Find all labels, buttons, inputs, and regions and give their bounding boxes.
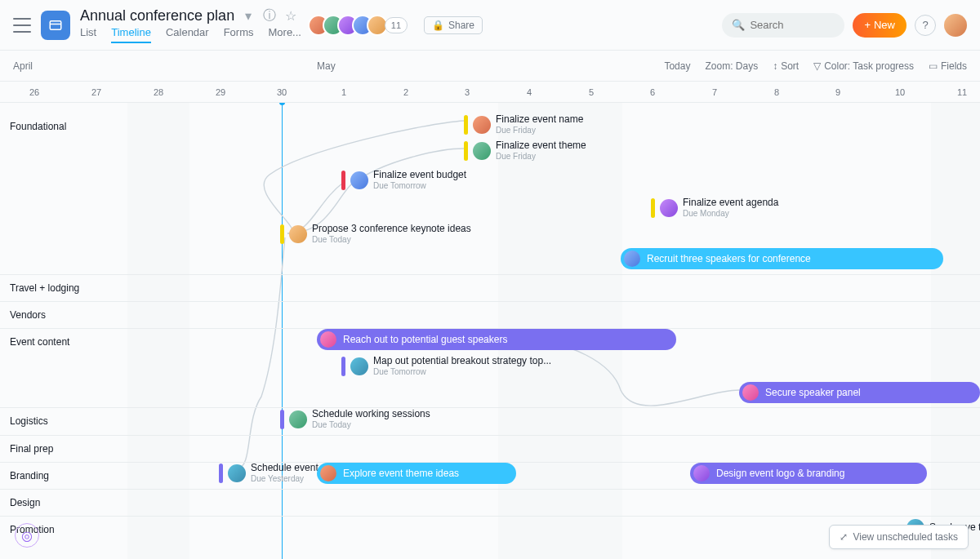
avatar xyxy=(350,357,368,375)
chevron-down-icon[interactable]: ▾ xyxy=(241,8,256,23)
date-tick: 1 xyxy=(341,87,346,97)
date-axis: 26 27 28 29 30 1 2 3 4 5 6 7 8 9 10 11 xyxy=(0,82,980,103)
avatar xyxy=(473,116,491,134)
view-unscheduled-button[interactable]: ⤢ View unscheduled tasks xyxy=(829,525,969,549)
info-icon[interactable]: ⓘ xyxy=(262,8,277,23)
color-selector[interactable]: ▽ Color: Task progress xyxy=(813,60,914,72)
date-tick: 28 xyxy=(154,87,163,97)
task-finalize-budget[interactable]: Finalize event budgetDue Tomorrow xyxy=(341,170,466,190)
date-tick: 6 xyxy=(650,87,655,97)
section-divider xyxy=(0,489,980,490)
view-tabs: List Timeline Calendar Forms More... xyxy=(80,26,301,43)
task-secure-panel[interactable]: Secure speaker panel xyxy=(739,382,980,403)
weekend-shade xyxy=(931,103,980,559)
date-tick: 9 xyxy=(835,87,840,97)
date-tick: 29 xyxy=(216,87,225,97)
task-finalize-theme[interactable]: Finalize event themeDue Friday xyxy=(464,140,586,161)
date-tick: 7 xyxy=(712,87,717,97)
avatar xyxy=(473,142,491,160)
help-button[interactable]: ? xyxy=(915,15,936,36)
section-divider xyxy=(0,516,980,517)
search-input[interactable]: 🔍 xyxy=(722,13,844,38)
section-divider xyxy=(0,274,980,275)
today-button[interactable]: Today xyxy=(664,60,690,72)
record-icon[interactable]: ◎ xyxy=(15,523,39,548)
sort-button[interactable]: ↕ Sort xyxy=(773,60,799,72)
task-finalize-name[interactable]: Finalize event nameDue Friday xyxy=(464,114,583,135)
avatar xyxy=(228,464,246,482)
avatar xyxy=(350,171,368,189)
member-avatars[interactable]: 11 xyxy=(314,15,408,36)
more-members[interactable]: 11 xyxy=(385,17,408,33)
task-finalize-agenda[interactable]: Finalize event agendaDue Monday xyxy=(651,197,778,218)
section-label-vendors[interactable]: Vendors xyxy=(10,309,46,321)
tab-list[interactable]: List xyxy=(80,26,96,43)
zoom-selector[interactable]: Zoom: Days xyxy=(705,60,758,72)
lock-icon: 🔒 xyxy=(432,20,444,31)
timeline-chart[interactable]: Foundational Finalize event nameDue Frid… xyxy=(0,103,980,559)
tab-timeline[interactable]: Timeline xyxy=(111,26,151,43)
svg-rect-0 xyxy=(50,20,61,29)
task-schedule-event[interactable]: Schedule event ...Due Yesterday xyxy=(219,463,329,483)
today-marker xyxy=(282,103,283,559)
tab-more[interactable]: More... xyxy=(269,26,301,43)
star-icon[interactable]: ☆ xyxy=(283,8,298,23)
date-tick: 10 xyxy=(895,87,905,97)
section-label-travel[interactable]: Travel + lodging xyxy=(10,282,79,294)
task-map-breakout[interactable]: Map out potential breakout strategy top.… xyxy=(341,356,551,376)
date-tick: 5 xyxy=(589,87,594,97)
date-tick: 2 xyxy=(403,87,408,97)
date-tick: 30 xyxy=(277,87,287,97)
share-button[interactable]: 🔒 Share xyxy=(424,16,483,34)
avatar xyxy=(693,465,710,481)
search-icon: 🔍 xyxy=(732,19,745,31)
task-explore-theme[interactable]: Explore event theme ideas xyxy=(317,463,516,484)
avatar xyxy=(624,251,640,267)
section-divider xyxy=(0,407,980,408)
date-tick: 8 xyxy=(774,87,779,97)
date-tick: 26 xyxy=(29,87,39,97)
month-label: May xyxy=(317,60,336,72)
month-label: April xyxy=(13,60,33,72)
task-design-logo[interactable]: Design event logo & branding xyxy=(690,463,927,484)
search-field[interactable] xyxy=(750,19,835,31)
section-divider xyxy=(0,301,980,302)
avatar xyxy=(289,225,307,243)
tab-forms[interactable]: Forms xyxy=(224,26,254,43)
task-keynote-ideas[interactable]: Propose 3 conference keynote ideasDue To… xyxy=(280,224,471,244)
avatar xyxy=(289,410,307,428)
section-label-design[interactable]: Design xyxy=(10,497,40,508)
new-button[interactable]: +New xyxy=(853,13,906,38)
section-label-event-content[interactable]: Event content xyxy=(10,336,69,348)
avatar xyxy=(660,199,678,217)
fields-button[interactable]: ▭ Fields xyxy=(929,60,967,72)
timeline-toolbar: April May Today Zoom: Days ↕ Sort ▽ Colo… xyxy=(0,51,980,82)
project-icon[interactable] xyxy=(41,11,70,40)
date-tick: 11 xyxy=(957,87,967,97)
task-reach-out[interactable]: Reach out to potential guest speakers xyxy=(317,329,676,350)
date-tick: 27 xyxy=(91,87,101,97)
topbar: Annual conference plan ▾ ⓘ ☆ List Timeli… xyxy=(0,0,980,51)
project-title[interactable]: Annual conference plan xyxy=(80,7,234,24)
task-schedule-sessions[interactable]: Schedule working sessionsDue Today xyxy=(280,409,430,429)
expand-icon: ⤢ xyxy=(840,531,848,543)
avatar xyxy=(320,331,336,348)
user-avatar[interactable] xyxy=(944,14,967,37)
weekend-shade xyxy=(127,103,189,559)
tab-calendar[interactable]: Calendar xyxy=(166,26,209,43)
avatar xyxy=(320,465,336,481)
plus-icon: + xyxy=(864,19,871,31)
section-label-branding[interactable]: Branding xyxy=(10,470,49,481)
section-label-final-prep[interactable]: Final prep xyxy=(10,443,53,455)
section-label-logistics[interactable]: Logistics xyxy=(10,415,48,427)
date-tick: 4 xyxy=(527,87,532,97)
avatar xyxy=(742,384,759,401)
date-tick: 3 xyxy=(465,87,470,97)
menu-icon[interactable] xyxy=(13,18,31,33)
task-recruit-speakers[interactable]: Recruit three speakers for conference xyxy=(621,248,943,269)
section-divider xyxy=(0,435,980,436)
section-label-foundational[interactable]: Foundational xyxy=(10,121,66,132)
